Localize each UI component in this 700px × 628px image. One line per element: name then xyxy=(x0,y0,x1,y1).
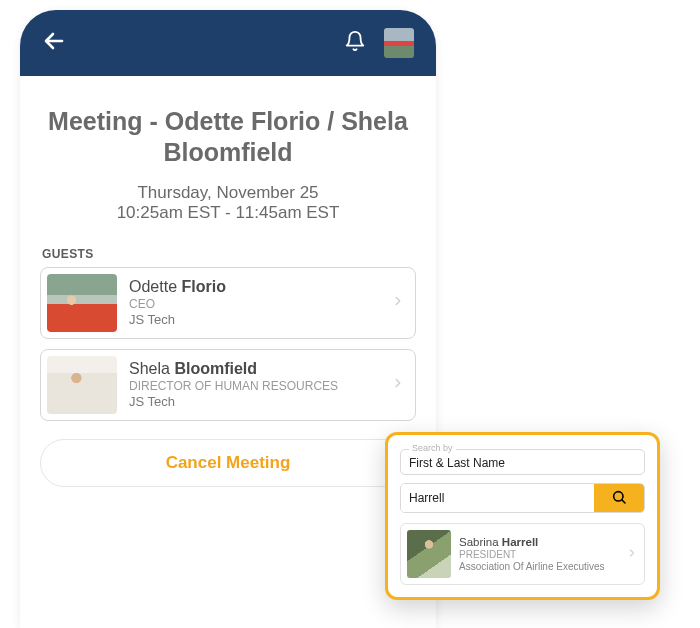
back-arrow-icon[interactable] xyxy=(42,29,66,57)
result-org: Association Of Airline Executives xyxy=(459,561,626,573)
meeting-title: Meeting - Odette Florio / Shela Bloomfie… xyxy=(40,100,416,183)
search-popup: Search by First & Last Name Sabrina Harr… xyxy=(385,432,660,600)
result-info: Sabrina Harrell PRESIDENT Association Of… xyxy=(459,536,626,573)
guest-info: Odette Florio CEO JS Tech xyxy=(129,278,391,327)
result-name: Sabrina Harrell xyxy=(459,536,626,548)
phone-frame: Meeting - Odette Florio / Shela Bloomfie… xyxy=(20,10,436,628)
meeting-date: Thursday, November 25 xyxy=(40,183,416,203)
guest-role: DIRECTOR OF HUMAN RESOURCES xyxy=(129,379,391,393)
guest-card[interactable]: Odette Florio CEO JS Tech xyxy=(40,267,416,339)
result-photo xyxy=(407,530,451,578)
meeting-time: 10:25am EST - 11:45am EST xyxy=(40,203,416,223)
guest-name: Shela Bloomfield xyxy=(129,360,391,378)
search-input[interactable] xyxy=(401,484,594,512)
guest-photo xyxy=(47,356,117,414)
guest-photo xyxy=(47,274,117,332)
search-mode-legend: Search by xyxy=(409,443,456,453)
chevron-right-icon xyxy=(391,294,405,312)
cancel-meeting-button[interactable]: Cancel Meeting xyxy=(40,439,416,487)
guests-section-label: GUESTS xyxy=(42,247,416,261)
result-role: PRESIDENT xyxy=(459,549,626,560)
chevron-right-icon xyxy=(626,545,638,563)
search-row xyxy=(400,483,645,513)
app-header xyxy=(20,10,436,76)
svg-line-2 xyxy=(622,499,625,502)
notifications-bell-icon[interactable] xyxy=(344,30,366,56)
search-result-card[interactable]: Sabrina Harrell PRESIDENT Association Of… xyxy=(400,523,645,585)
search-mode-value: First & Last Name xyxy=(409,456,636,470)
chevron-right-icon xyxy=(391,376,405,394)
meeting-detail-body: Meeting - Odette Florio / Shela Bloomfie… xyxy=(20,76,436,487)
guest-company: JS Tech xyxy=(129,394,391,409)
search-icon xyxy=(611,489,627,508)
guest-info: Shela Bloomfield DIRECTOR OF HUMAN RESOU… xyxy=(129,360,391,409)
profile-avatar[interactable] xyxy=(384,28,414,58)
guest-role: CEO xyxy=(129,297,391,311)
guest-company: JS Tech xyxy=(129,312,391,327)
guest-card[interactable]: Shela Bloomfield DIRECTOR OF HUMAN RESOU… xyxy=(40,349,416,421)
search-button[interactable] xyxy=(594,484,644,512)
guest-name: Odette Florio xyxy=(129,278,391,296)
search-mode-select[interactable]: Search by First & Last Name xyxy=(400,449,645,475)
